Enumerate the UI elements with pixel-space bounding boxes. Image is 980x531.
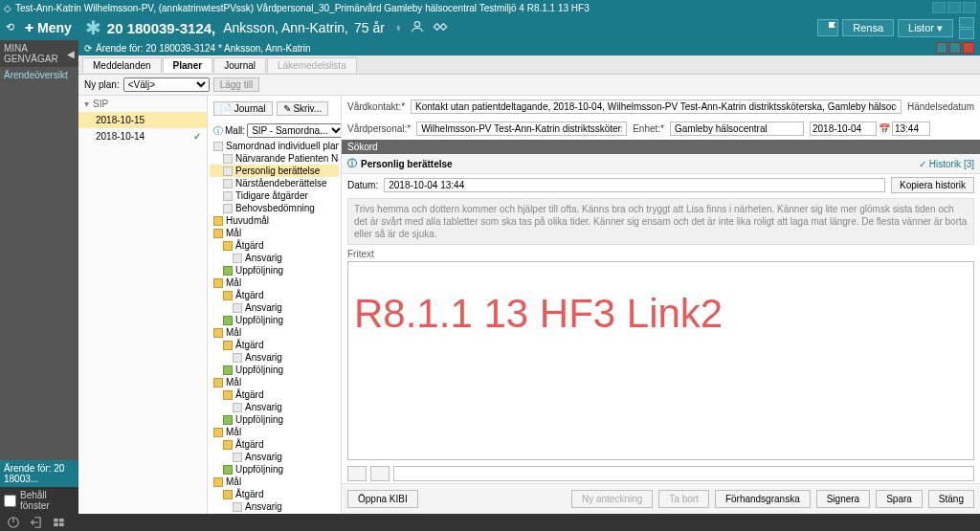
- tree-item[interactable]: Åtgärd: [210, 438, 339, 451]
- tree-item-label: Huvudmål: [226, 215, 269, 226]
- stang-button[interactable]: Stäng: [928, 490, 974, 508]
- tab-planer[interactable]: Planer: [163, 57, 213, 73]
- plus-icon[interactable]: ✚: [25, 22, 33, 34]
- tree-item[interactable]: Mål: [210, 277, 339, 289]
- sidebar-item-overview[interactable]: Ärendeöversikt: [0, 67, 78, 83]
- tree-item[interactable]: Närståendeberättelse: [210, 177, 339, 189]
- back-icon[interactable]: ⟲: [6, 21, 19, 34]
- calendar-icon[interactable]: 📅: [879, 123, 890, 134]
- date-input[interactable]: [810, 122, 877, 136]
- sip-head[interactable]: SIP: [78, 96, 207, 112]
- tree-item[interactable]: Mål: [210, 326, 339, 339]
- tree-item[interactable]: Åtgärd: [210, 289, 339, 301]
- sip-date-1[interactable]: 2018-10-15: [78, 112, 207, 128]
- tree-item[interactable]: Åtgärd: [210, 339, 339, 351]
- doc-icon: [223, 166, 233, 176]
- tree-item[interactable]: Mål: [210, 476, 339, 488]
- tree-item[interactable]: Ansvarig: [210, 500, 339, 513]
- folder-icon: [213, 328, 223, 338]
- panel-close[interactable]: [963, 42, 974, 54]
- tree-item[interactable]: Uppföljning: [210, 463, 339, 476]
- datum-input[interactable]: [384, 178, 885, 192]
- link-button[interactable]: [370, 466, 390, 481]
- tree-item[interactable]: Närvarande Patienten Närståen: [210, 152, 339, 165]
- keep-window-label: Behåll fönster: [20, 490, 75, 511]
- plan-select[interactable]: <Välj>: [123, 77, 210, 92]
- menu-button[interactable]: Meny: [37, 20, 72, 35]
- star-icon: ✱: [85, 16, 101, 39]
- tree-item[interactable]: Ansvarig: [210, 301, 339, 314]
- tree-item[interactable]: Uppföljning: [210, 314, 339, 326]
- tree-item[interactable]: Uppföljning: [210, 413, 339, 426]
- listor-button[interactable]: Listor ▾: [898, 19, 953, 37]
- user-icon[interactable]: [959, 17, 974, 28]
- tree-item[interactable]: Mål: [210, 227, 339, 239]
- tab-journal[interactable]: Journal: [213, 57, 266, 73]
- enhet-input[interactable]: [670, 122, 804, 136]
- rensa-button[interactable]: Rensa: [842, 19, 894, 36]
- crumb-text: Ärende för: 20 180039-3124 * Anksson, An…: [96, 43, 311, 54]
- tree-item[interactable]: Åtgärd: [210, 388, 339, 401]
- tree-journal-button[interactable]: 📄 Journal: [213, 101, 273, 116]
- vardpersonal-input[interactable]: [416, 122, 627, 136]
- tree-item-label: Uppföljning: [235, 315, 283, 325]
- attach-field[interactable]: [393, 466, 974, 481]
- tree-item[interactable]: Åtgärd: [210, 239, 339, 252]
- fritext-area[interactable]: R8.1.1 13 HF3 Link2: [347, 261, 974, 460]
- kopiera-button[interactable]: Kopiera historik: [891, 177, 974, 193]
- spara-button[interactable]: Spara: [876, 490, 923, 508]
- maximize-button[interactable]: [947, 2, 961, 13]
- handshake-icon[interactable]: [433, 19, 448, 36]
- time-input[interactable]: [892, 122, 930, 136]
- forhand-button[interactable]: Förhandsgranska: [715, 490, 811, 508]
- tree-item[interactable]: Huvudmål: [210, 214, 339, 227]
- tree-item[interactable]: Behovsbedömning: [210, 202, 339, 214]
- person-icon[interactable]: [410, 19, 425, 36]
- tree-item-label: Mål: [226, 476, 241, 487]
- flag-button[interactable]: [817, 19, 838, 36]
- close-button[interactable]: [963, 2, 976, 13]
- tree-item-label: Mål: [226, 377, 241, 387]
- tree-item[interactable]: Ansvarig: [210, 401, 339, 413]
- tree-item[interactable]: Ansvarig: [210, 451, 339, 463]
- logout-icon[interactable]: [29, 516, 44, 529]
- minimize-button[interactable]: [932, 2, 946, 13]
- tree-item[interactable]: Uppföljning: [210, 364, 339, 376]
- keep-window-checkbox[interactable]: [4, 495, 16, 507]
- collapse-icon[interactable]: ◀: [67, 49, 75, 59]
- panel-maximize[interactable]: [949, 42, 961, 54]
- tree-item[interactable]: Ansvarig: [210, 252, 339, 264]
- tree-item[interactable]: Mål: [210, 426, 339, 438]
- tab-meddelanden[interactable]: Meddelanden: [82, 57, 162, 73]
- gender-icon: ♀: [394, 22, 402, 33]
- plan-add-button[interactable]: Lägg till: [213, 77, 259, 92]
- group-icon[interactable]: [959, 29, 974, 39]
- windows-icon[interactable]: [52, 516, 67, 529]
- attach-button[interactable]: [347, 466, 367, 481]
- sokord-header: Sökord: [342, 140, 980, 154]
- tree-item[interactable]: Åtgärd: [210, 488, 339, 500]
- tree-write-button[interactable]: ✎ Skriv...: [277, 101, 329, 116]
- panel-minimize[interactable]: [936, 42, 947, 54]
- historik-link[interactable]: ✓ Historik [3]: [919, 159, 974, 169]
- vardkontakt-input[interactable]: [411, 100, 902, 114]
- tree-item[interactable]: Uppföljning: [210, 513, 339, 514]
- mall-select[interactable]: SIP - Samordna...: [247, 123, 342, 138]
- sip-date-2[interactable]: 2018-10-14✓: [78, 128, 207, 144]
- sidebar-item-case[interactable]: Ärende för: 20 18003...: [0, 460, 78, 487]
- tree-item[interactable]: Tidigare åtgärder: [210, 189, 339, 202]
- tree-item[interactable]: Ansvarig: [210, 351, 339, 364]
- kibi-button[interactable]: Öppna KIBI: [347, 490, 418, 508]
- doc-icon: [223, 154, 233, 164]
- tree-item-label: Mål: [226, 327, 241, 338]
- power-icon[interactable]: [6, 516, 21, 529]
- tree-item-label: Uppföljning: [235, 265, 283, 276]
- tree-item-label: Åtgärd: [235, 489, 263, 499]
- tree-item[interactable]: Personlig berättelse: [210, 165, 339, 177]
- tree-item[interactable]: Samordnad individuell plan: [210, 140, 339, 152]
- signera-button[interactable]: Signera: [816, 490, 870, 508]
- refresh-icon[interactable]: ⟳: [84, 43, 92, 54]
- tree-item[interactable]: Mål: [210, 376, 339, 388]
- tree-item[interactable]: Uppföljning: [210, 264, 339, 277]
- breadcrumb: ⟳ Ärende för: 20 180039-3124 * Anksson, …: [78, 40, 980, 55]
